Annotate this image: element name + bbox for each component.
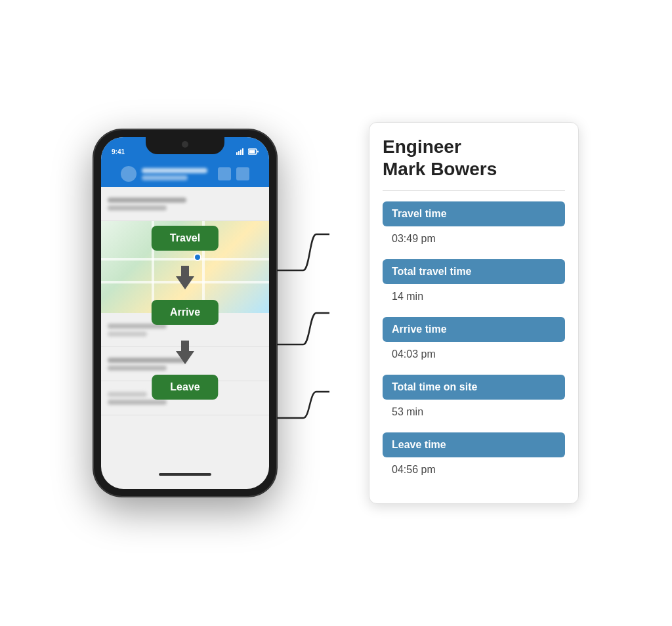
info-panel: Engineer Mark Bowers Travel time 03:49 p… [369, 122, 579, 504]
label-leave-time: Leave time [383, 432, 565, 457]
phone-screen: 9:41 [101, 137, 269, 489]
phone-list-item-2 [101, 313, 269, 347]
info-row-1: Total travel time 14 min [383, 259, 565, 312]
phone-list-item-1 [101, 187, 269, 221]
svg-rect-0 [236, 152, 238, 155]
value-arrive-time: 04:03 pm [383, 342, 565, 369]
svg-rect-5 [257, 151, 259, 153]
engineer-label: Engineer [383, 136, 461, 157]
header-divider [383, 190, 565, 191]
status-time: 9:41 [112, 148, 125, 156]
phone-app-header [101, 161, 269, 187]
value-leave-time: 04:56 pm [383, 457, 565, 485]
value-total-site: 53 min [383, 400, 565, 427]
label-travel-time: Travel time [383, 201, 565, 226]
info-row-3: Total time on site 53 min [383, 375, 565, 427]
svg-rect-3 [242, 148, 243, 155]
phone-home-indicator [159, 473, 211, 476]
info-row-0: Travel time 03:49 pm [383, 201, 565, 254]
phone-camera [182, 141, 188, 148]
phone-scene: 9:41 [93, 129, 329, 497]
value-travel-time: 03:49 pm [383, 226, 565, 254]
phone-list-item-4 [101, 381, 269, 415]
info-row-4: Leave time 04:56 pm [383, 432, 565, 485]
svg-rect-2 [240, 150, 242, 155]
bracket-connectors [277, 169, 329, 457]
phone-section: 9:41 [93, 129, 277, 497]
battery-icon [248, 148, 259, 155]
phone-list-item-3 [101, 347, 269, 381]
status-icons [236, 148, 259, 155]
label-total-site: Total time on site [383, 375, 565, 400]
value-total-travel: 14 min [383, 284, 565, 312]
phone-device: 9:41 [93, 129, 277, 497]
phone-map-area [101, 221, 269, 313]
info-row-2: Arrive time 04:03 pm [383, 317, 565, 369]
engineer-name: Engineer Mark Bowers [383, 136, 565, 180]
svg-rect-1 [238, 151, 240, 155]
engineer-full-name: Mark Bowers [383, 159, 497, 179]
main-container: 9:41 [0, 0, 672, 626]
svg-rect-6 [249, 150, 255, 154]
signal-icon [236, 148, 245, 155]
label-total-travel: Total travel time [383, 259, 565, 284]
connectors-area [277, 129, 329, 497]
label-arrive-time: Arrive time [383, 317, 565, 342]
